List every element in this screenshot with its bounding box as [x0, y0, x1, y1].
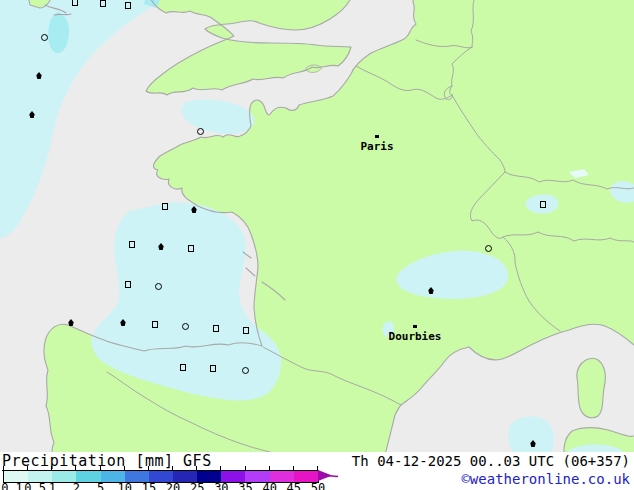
legend-tick-label: 30 — [214, 481, 228, 490]
legend-tick-label: 15 — [142, 481, 156, 490]
legend-bar-area: Precipitation [mm] GFS 0.10.512510152025… — [0, 452, 634, 490]
legend-tick-label: 0.5 — [24, 481, 46, 490]
map: ParisDourbies — [0, 0, 634, 452]
legend-tick-label: 25 — [190, 481, 204, 490]
legend-tickmark — [196, 466, 197, 470]
map-svg — [0, 0, 634, 452]
legend-tick-label: 35 — [238, 481, 252, 490]
legend-tickmark — [148, 466, 149, 470]
legend-tick-label: 20 — [166, 481, 180, 490]
legend-tickmark — [269, 466, 270, 470]
legend-tick-label: 45 — [287, 481, 301, 490]
forecast-datetime: Th 04-12-2025 00..03 UTC (06+357) — [352, 453, 630, 469]
legend-overflow-arrow — [318, 469, 340, 483]
legend-tickmark — [3, 466, 4, 470]
legend-tickmark — [27, 466, 28, 470]
legend-tickmark — [220, 466, 221, 470]
weather-map-page: ParisDourbies Precipitation [mm] GFS 0.1… — [0, 0, 634, 490]
legend-tickmark — [245, 466, 246, 470]
legend-tick-label: 2 — [73, 481, 80, 490]
legend-tick-label: 40 — [262, 481, 276, 490]
land-corsica — [577, 359, 606, 418]
legend-tick-label: 10 — [118, 481, 132, 490]
legend-tickmark — [172, 466, 173, 470]
legend-tick-label: 0.1 — [1, 481, 23, 490]
legend-tickmark — [100, 466, 101, 470]
copyright-link[interactable]: ©weatheronline.co.uk — [461, 471, 630, 487]
legend-tick-label: 5 — [97, 481, 104, 490]
legend-tickmark — [293, 466, 294, 470]
legend-tickmark — [51, 466, 52, 470]
legend-tick-label: 1 — [49, 481, 56, 490]
legend-tickmark — [124, 466, 125, 470]
legend-tickmark — [75, 466, 76, 470]
